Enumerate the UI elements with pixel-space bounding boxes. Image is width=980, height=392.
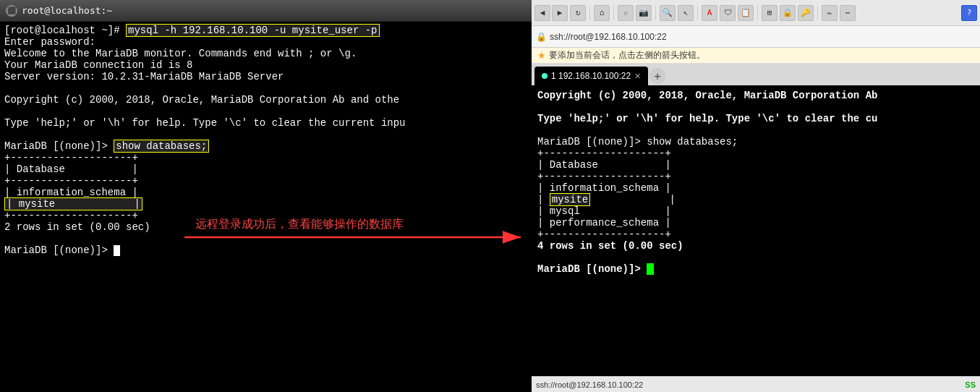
address-bar[interactable]: 🔒 ssh://root@192.168.10.100:22: [532, 26, 980, 48]
new-tab-button[interactable]: +: [649, 68, 665, 84]
status-bar: ssh://root@192.168.10.100:22 SS: [532, 376, 980, 392]
mysite-db-right: mysite: [550, 193, 590, 206]
terminal-line-5: Server version: 10.2.31-MariaDB MariaDB …: [4, 71, 527, 82]
rt-line-11: +--------------------+: [537, 229, 974, 240]
refresh-button[interactable]: ↻: [570, 5, 586, 21]
right-browser-panel: ◀ ▶ ↻ ⌂ ☆ 📷 🔍 ↖ A 🛡 📋 ⊞ 🔒 🔑 ✏ ⋯ ? 🔒 ssh:…: [532, 0, 980, 392]
active-tab[interactable]: 1 192.168.10.100:22 ✕: [534, 67, 648, 85]
toolbar-separator-6: [817, 6, 818, 20]
tab-close-button[interactable]: ✕: [634, 72, 641, 81]
rt-line-2: Type 'help;' or '\h' for help. Type '\c'…: [537, 113, 974, 124]
status-url: ssh://root@192.168.10.100:22: [536, 380, 643, 389]
terminal-blank-4: [4, 233, 527, 244]
key-button[interactable]: 🔑: [798, 5, 814, 21]
terminal-favicon: ⬛: [6, 5, 17, 17]
toolbar-separator-1: [589, 6, 590, 20]
terminal-line-9: +--------------------+: [4, 152, 527, 163]
zoom-button[interactable]: 🔍: [660, 5, 676, 21]
terminal-line-10: | Database |: [4, 163, 527, 175]
rt-blank-3: [537, 252, 974, 263]
tool-button-1[interactable]: 🛡: [720, 5, 736, 21]
terminal-blank-2: [4, 106, 527, 117]
terminal-body[interactable]: [root@localhost ~]# mysql -h 192.168.10.…: [0, 22, 532, 392]
rt-line-5: | Database |: [537, 159, 974, 171]
rt-line-10: | performance_schema |: [537, 217, 974, 229]
terminal-line-13: | mysite |: [4, 198, 527, 210]
terminal-prompt-line: MariaDB [(none)]>: [4, 244, 527, 256]
tab-label: 1 192.168.10.100:22: [551, 71, 631, 81]
ssl-badge: SS: [965, 380, 976, 389]
rt-line-3: MariaDB [(none)]> show databases;: [537, 136, 974, 148]
tabs-bar[interactable]: 1 192.168.10.100:22 ✕ +: [532, 64, 980, 85]
notification-icon: ★: [537, 50, 546, 61]
rt-prompt-line: MariaDB [(none)]>: [537, 263, 974, 275]
toolbar-separator-5: [757, 6, 758, 20]
home-button[interactable]: ⌂: [594, 5, 610, 21]
show-databases-command: show databases;: [114, 140, 209, 153]
terminal-line-1: [root@localhost ~]# mysql -h 192.168.10.…: [4, 25, 527, 36]
rt-blank-2: [537, 124, 974, 136]
toolbar-separator-4: [697, 6, 698, 20]
help-button[interactable]: ?: [961, 5, 977, 21]
lock-icon: 🔒: [536, 32, 547, 42]
notification-bar: ★ 要添加当前会话，点击左侧的箭头按钮。: [532, 48, 980, 64]
rt-line-7: | information_schema |: [537, 182, 974, 194]
tool-button-2[interactable]: 📋: [738, 5, 754, 21]
lock-button[interactable]: 🔒: [780, 5, 796, 21]
terminal-line-2: Enter password:: [4, 36, 527, 48]
mysite-db-left: | mysite |: [4, 197, 142, 210]
bookmark-button[interactable]: ☆: [618, 5, 634, 21]
annotation-text: 远程登录成功后，查看能够操作的数据库: [195, 217, 404, 232]
toolbar-separator-3: [655, 6, 656, 20]
rt-blank-1: [537, 101, 974, 113]
rt-line-9: | mysql |: [537, 205, 974, 217]
toolbar-separator-2: [613, 6, 614, 20]
terminal-line-6: Copyright (c) 2000, 2018, Oracle, MariaD…: [4, 94, 527, 106]
terminal-line-11: +--------------------+: [4, 175, 527, 187]
browser-toolbar[interactable]: ◀ ▶ ↻ ⌂ ☆ 📷 🔍 ↖ A 🛡 📋 ⊞ 🔒 🔑 ✏ ⋯ ?: [532, 0, 980, 26]
cursor-button[interactable]: ↖: [678, 5, 694, 21]
terminal-blank-1: [4, 82, 527, 94]
terminal-line-3: Welcome to the MariaDB monitor. Commands…: [4, 48, 527, 59]
rt-line-6: +--------------------+: [537, 171, 974, 182]
address-text[interactable]: ssh://root@192.168.10.100:22: [550, 32, 667, 42]
terminal-line-7: Type 'help;' or '\h' for help. Type '\c'…: [4, 117, 527, 129]
terminal-blank-3: [4, 129, 527, 140]
rt-line-4: +--------------------+: [537, 148, 974, 159]
rt-line-12: 4 rows in set (0.00 sec): [537, 240, 974, 252]
left-terminal-panel: ⬛ root@localhost:~ [root@localhost ~]# m…: [0, 0, 532, 392]
rt-line-8: | mysite |: [537, 194, 974, 205]
edit-button[interactable]: ✏: [822, 5, 838, 21]
forward-button[interactable]: ▶: [552, 5, 568, 21]
extra-button[interactable]: ⋯: [840, 5, 856, 21]
mysql-command: mysql -h 192.168.10.100 -u mysite_user -…: [126, 24, 379, 37]
screenshot-button[interactable]: 📷: [636, 5, 652, 21]
nav-buttons: ◀ ▶: [534, 5, 568, 21]
terminal-titlebar: ⬛ root@localhost:~: [0, 0, 532, 22]
terminal-line-8: MariaDB [(none)]> show databases;: [4, 140, 527, 152]
tab-status-dot: [542, 73, 547, 79]
terminal-title: root@localhost:~: [22, 5, 112, 16]
terminal-cursor: [114, 245, 120, 256]
rt-line-1: Copyright (c) 2000, 2018, Oracle, MariaD…: [537, 90, 974, 101]
right-terminal[interactable]: Copyright (c) 2000, 2018, Oracle, MariaD…: [532, 85, 980, 376]
notification-text: 要添加当前会话，点击左侧的箭头按钮。: [549, 49, 705, 61]
back-button[interactable]: ◀: [534, 5, 550, 21]
terminal-line-4: Your MariaDB connection id is 8: [4, 59, 527, 71]
grid-button[interactable]: ⊞: [762, 5, 777, 21]
terminal-line-12: | information_schema |: [4, 187, 527, 198]
color-button[interactable]: A: [702, 5, 717, 21]
right-terminal-cursor: [647, 263, 654, 275]
